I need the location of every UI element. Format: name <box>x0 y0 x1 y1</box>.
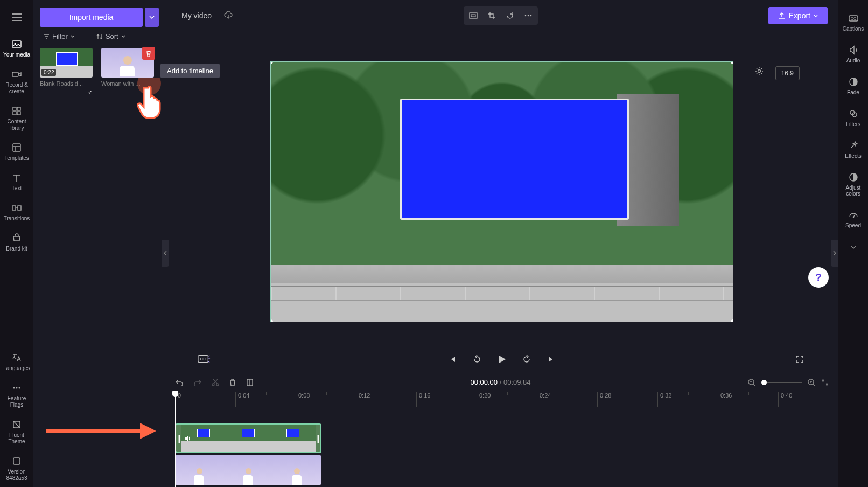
clip-handle-left[interactable]: ‖ <box>176 425 181 452</box>
prev-button[interactable] <box>446 353 459 366</box>
svg-rect-0 <box>12 41 21 47</box>
preview-canvas[interactable] <box>270 61 733 322</box>
media-clip-roadside[interactable]: 0:22 Blank Roadsid... ✓ <box>40 48 93 87</box>
panel-fade[interactable]: Fade <box>838 70 868 102</box>
brandkit-icon <box>11 233 22 244</box>
forward-button[interactable] <box>520 353 533 366</box>
filter-button[interactable]: Filter <box>43 32 75 40</box>
text-icon <box>11 172 22 183</box>
zoom-in-button[interactable] <box>807 378 816 387</box>
speed-icon <box>848 210 859 220</box>
ruler-mark: 0:12 <box>356 392 416 407</box>
captions-icon: CC <box>848 13 859 24</box>
sync-button[interactable] <box>223 11 233 20</box>
timeline-clip-woman[interactable] <box>175 455 321 485</box>
nav-content-library[interactable]: Content library <box>0 100 33 137</box>
media-icon <box>11 39 22 50</box>
chevron-left-icon <box>164 251 167 256</box>
delete-button[interactable] <box>229 378 236 387</box>
delete-clip-button[interactable] <box>142 47 155 60</box>
zoom-fit-button[interactable] <box>821 379 829 386</box>
svg-point-24 <box>216 384 219 386</box>
playhead[interactable] <box>175 392 176 487</box>
redo-button[interactable] <box>193 379 202 386</box>
zoom-slider[interactable] <box>761 382 802 383</box>
play-button[interactable] <box>495 353 508 366</box>
timeline-tracks[interactable]: ‖ ‖ <box>165 407 838 487</box>
billboard-element[interactable] <box>400 99 629 220</box>
fit-button[interactable] <box>465 8 481 23</box>
gear-icon <box>754 66 764 76</box>
more-button[interactable] <box>520 8 536 23</box>
ruler-mark: 0:28 <box>597 392 657 407</box>
resize-handle[interactable] <box>731 319 733 322</box>
import-media-dropdown[interactable] <box>145 8 159 27</box>
chevron-down-icon <box>814 15 818 17</box>
svg-rect-4 <box>17 107 20 110</box>
captions-button[interactable]: CC <box>198 353 211 366</box>
zoom-thumb[interactable] <box>761 380 767 385</box>
undo-icon <box>175 379 184 386</box>
right-panel-collapse[interactable] <box>838 241 868 253</box>
chevron-right-icon <box>833 251 836 256</box>
resize-handle[interactable] <box>270 319 273 322</box>
undo-button[interactable] <box>175 379 184 386</box>
cut-button[interactable] <box>212 378 219 387</box>
cloud-sync-icon <box>223 11 233 20</box>
panel-effects[interactable]: Effects <box>838 134 868 165</box>
library-icon <box>11 106 22 116</box>
rewind-icon <box>472 354 482 364</box>
cc-icon: CC <box>198 354 211 364</box>
svg-rect-5 <box>13 112 16 115</box>
split-button[interactable] <box>246 378 254 387</box>
settings-button[interactable] <box>754 66 764 76</box>
nav-your-media[interactable]: Your media <box>0 33 33 64</box>
panel-audio[interactable]: Audio <box>838 38 868 70</box>
media-panel: Import media Filter Sort 0:22 Blank Road… <box>33 0 165 487</box>
collapse-right-panel[interactable] <box>831 240 838 267</box>
import-media-button[interactable]: Import media <box>40 8 143 27</box>
nav-templates[interactable]: Templates <box>0 137 33 167</box>
panel-captions[interactable]: CC Captions <box>838 6 868 38</box>
clip-handle-right[interactable]: ‖ <box>316 425 320 452</box>
nav-brand-kit[interactable]: Brand kit <box>0 227 33 258</box>
ruler-mark: 0:20 <box>477 392 537 407</box>
ruler-mark: 0:04 <box>235 392 296 407</box>
aspect-ratio-badge[interactable]: 16:9 <box>775 66 800 80</box>
nav-version[interactable]: Version 8482a53 <box>0 450 33 487</box>
main-area: My video Export 16:9 <box>165 0 838 487</box>
timeline-clip-roadside[interactable]: ‖ ‖ <box>175 423 321 453</box>
nav-languages[interactable]: Languages <box>0 347 33 377</box>
media-clip-label: Blank Roadsid... <box>40 80 93 87</box>
export-button[interactable]: Export <box>768 7 828 24</box>
sort-button[interactable]: Sort <box>96 32 125 40</box>
tutorial-arrow <box>43 420 162 442</box>
rewind-button[interactable] <box>471 353 484 366</box>
panel-filters[interactable]: Filters <box>838 102 868 134</box>
panel-adjust-colors[interactable]: Adjust colors <box>838 165 868 203</box>
project-title-input[interactable]: My video <box>176 8 217 23</box>
next-button[interactable] <box>545 353 558 366</box>
top-bar: My video Export <box>165 0 838 31</box>
trash-icon <box>145 50 152 57</box>
chevron-down-icon <box>851 246 856 249</box>
nav-feature-flags[interactable]: Feature Flags <box>0 377 33 414</box>
templates-icon <box>11 142 22 153</box>
rotate-button[interactable] <box>502 8 518 23</box>
nav-fluent-theme[interactable]: Fluent Theme <box>0 414 33 450</box>
collapse-left-panel[interactable] <box>162 240 169 267</box>
timeline-ruler[interactable]: 0 0:04 0:08 0:12 0:16 0:20 0:24 0:28 0:3… <box>165 392 838 407</box>
nav-record-create[interactable]: Record & create <box>0 64 33 100</box>
nav-transitions[interactable]: Transitions <box>0 197 33 227</box>
help-button[interactable]: ? <box>808 267 829 288</box>
chevron-down-icon <box>71 35 75 38</box>
zoom-out-button[interactable] <box>747 378 756 387</box>
hamburger-menu[interactable] <box>0 6 33 28</box>
left-nav-rail: Your media Record & create Content libra… <box>0 0 33 487</box>
nav-text[interactable]: Text <box>0 167 33 197</box>
panel-speed[interactable]: Speed <box>838 203 868 235</box>
crop-button[interactable] <box>484 8 500 23</box>
dots-icon <box>11 382 22 393</box>
fullscreen-button[interactable] <box>793 353 806 366</box>
svg-rect-7 <box>13 144 20 151</box>
